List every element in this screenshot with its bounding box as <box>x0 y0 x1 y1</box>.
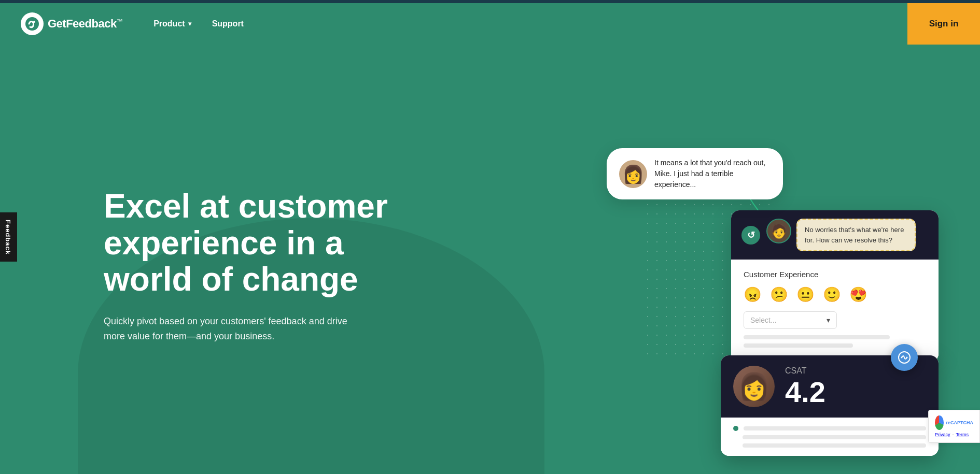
agent-avatar: 🧑 <box>766 219 791 243</box>
dropdown-chevron-icon: ▾ <box>827 316 830 324</box>
recaptcha-privacy-link[interactable]: Privacy <box>935 432 950 437</box>
svg-point-1 <box>33 21 35 23</box>
recaptcha-terms-link[interactable]: Terms <box>956 432 969 437</box>
svg-point-6 <box>906 357 908 358</box>
csat-avatar: 👩 <box>733 366 775 407</box>
chat-bubble-top: 👩 It means a lot that you'd reach out, M… <box>607 148 783 199</box>
csat-score: 4.2 <box>785 378 825 407</box>
emoji-neutral[interactable]: 😐 <box>796 286 815 303</box>
agent-text: No worries that's what we're here for. H… <box>796 219 916 251</box>
chat-bubble-text: It means a lot that you'd reach out, Mik… <box>654 157 771 190</box>
csat-line-row-3 <box>733 443 926 448</box>
recaptcha-logo: reCAPTCHA <box>935 415 973 430</box>
survey-card-header: ↺ 🧑 No worries that's what we're here fo… <box>731 210 939 260</box>
csat-scores: CSAT 4.2 <box>785 366 825 407</box>
emoji-angry[interactable]: 😠 <box>744 286 762 303</box>
hero-right-panel: 👩 It means a lot that you'd reach out, M… <box>638 86 939 474</box>
survey-line-1 <box>744 335 890 339</box>
recaptcha-links: Privacy - Terms <box>935 432 973 437</box>
hero-title: Excel at customer experience in a world … <box>104 188 415 297</box>
csat-card-body <box>721 418 939 456</box>
survey-line-2 <box>744 343 853 348</box>
csat-line-row-1 <box>733 426 926 431</box>
recaptcha-text: reCAPTCHA <box>946 420 973 425</box>
card-logo-icon: ↺ <box>747 229 755 241</box>
card-logo: ↺ <box>741 226 760 245</box>
csat-bar-3 <box>743 443 926 448</box>
svg-point-5 <box>901 357 903 358</box>
dropdown-text: Select... <box>750 316 822 324</box>
emoji-love[interactable]: 😍 <box>849 286 867 303</box>
sign-in-button[interactable]: Sign in <box>907 3 980 45</box>
recaptcha-separator: - <box>953 432 954 437</box>
nav-product[interactable]: Product ▾ <box>153 19 191 28</box>
navbar: GetFeedback™ Product ▾ Support Sign in <box>0 3 980 45</box>
survey-dropdown[interactable]: Select... ▾ <box>744 311 837 329</box>
blue-circle-icon <box>891 344 918 371</box>
nav-support[interactable]: Support <box>212 19 244 28</box>
csat-label: CSAT <box>785 366 825 376</box>
feedback-tab[interactable]: Feedback <box>0 212 17 262</box>
nav-links: Product ▾ Support <box>153 19 959 28</box>
logo-text: GetFeedback™ <box>48 17 122 31</box>
csat-bar-2 <box>743 435 926 439</box>
emoji-happy[interactable]: 🙂 <box>823 286 841 303</box>
chevron-down-icon: ▾ <box>188 20 191 27</box>
hero-subtitle: Quickly pivot based on your customers' f… <box>104 314 363 344</box>
hero-section: Excel at customer experience in a world … <box>0 45 980 474</box>
emoji-confused[interactable]: 😕 <box>770 286 788 303</box>
csat-dot-1 <box>733 426 738 431</box>
csat-bar-1 <box>744 426 926 430</box>
svg-point-0 <box>25 17 39 31</box>
survey-label: Customer Experience <box>744 270 926 279</box>
csat-line-row-2 <box>733 435 926 439</box>
chat-avatar-female: 👩 <box>619 160 647 188</box>
hero-content: Excel at customer experience in a world … <box>104 188 415 344</box>
recaptcha-icon <box>935 415 944 430</box>
emoji-row: 😠 😕 😐 🙂 😍 <box>744 286 926 303</box>
recaptcha-badge: reCAPTCHA Privacy - Terms <box>928 410 980 443</box>
csat-lines <box>733 426 926 448</box>
logo[interactable]: GetFeedback™ <box>21 12 122 35</box>
survey-card: ↺ 🧑 No worries that's what we're here fo… <box>731 210 939 362</box>
agent-bubble: 🧑 No worries that's what we're here for.… <box>766 219 928 251</box>
logo-icon <box>21 12 44 35</box>
